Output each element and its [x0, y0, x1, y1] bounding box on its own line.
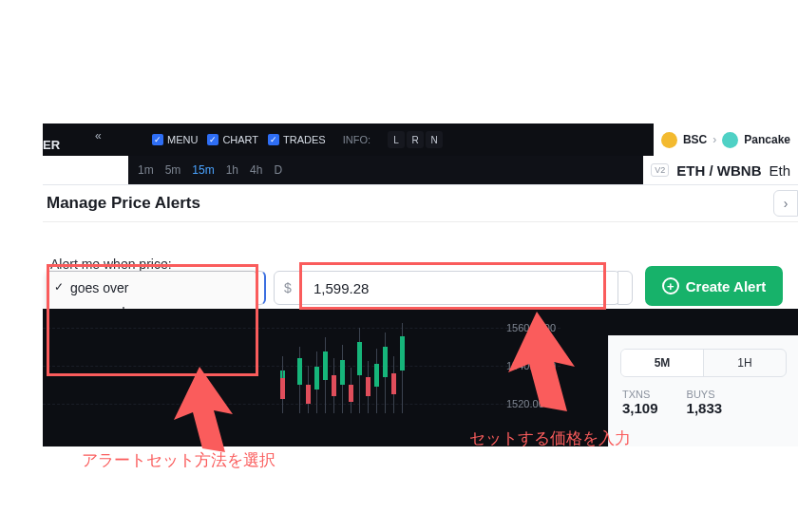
version-badge: V2: [651, 163, 669, 177]
tf-15m[interactable]: 15m: [192, 163, 214, 177]
tf-5m[interactable]: 5m: [165, 163, 181, 177]
annotation-text-left: アラートセット方法を選択: [82, 449, 276, 471]
info-l-button[interactable]: L: [388, 131, 405, 148]
collapse-icon[interactable]: «: [95, 129, 102, 142]
tf-d[interactable]: D: [274, 163, 282, 177]
create-alert-label: Create Alert: [686, 278, 766, 294]
trades-checkbox[interactable]: ✓TRADES: [268, 134, 326, 145]
txns-value: 3,109: [622, 400, 658, 416]
alert-label: Alert me when price:: [50, 256, 172, 272]
plus-circle-icon: +: [662, 277, 679, 294]
chain-bsc[interactable]: BSC: [683, 133, 707, 146]
price-input-tail: [618, 271, 633, 305]
info-n-button[interactable]: N: [426, 131, 443, 148]
pancake-icon: [722, 132, 738, 148]
annotation-arrow-left: [166, 367, 233, 452]
modal-header: Manage Price Alerts ›: [43, 184, 798, 222]
tf-1h[interactable]: 1h: [226, 163, 238, 177]
app-suffix: ER: [43, 138, 60, 152]
pair-tail: Eth: [769, 162, 790, 179]
currency-prefix: $: [274, 271, 302, 305]
info-r-button[interactable]: R: [407, 131, 424, 148]
info-label: INFO:: [343, 134, 370, 145]
chevron-right-icon: ›: [712, 133, 716, 146]
annotation-text-right: セットする価格を入力: [469, 428, 631, 449]
chart-checkbox[interactable]: ✓CHART: [207, 134, 258, 145]
dex-pancake[interactable]: Pancake: [744, 133, 790, 146]
modal-next-button[interactable]: ›: [773, 190, 798, 217]
menu-checkbox[interactable]: ✓MENU: [152, 134, 198, 145]
time-segment[interactable]: 5M 1H: [620, 349, 787, 377]
pair-symbol[interactable]: ETH / WBNB: [676, 162, 761, 179]
tf-1m[interactable]: 1m: [138, 163, 154, 177]
price-input[interactable]: [302, 271, 620, 305]
buys-heading: BUYS: [687, 389, 723, 400]
select-remnant: [256, 271, 266, 305]
annotation-arrow-right: [499, 312, 575, 411]
tf-4h[interactable]: 4h: [250, 163, 262, 177]
txns-heading: TXNS: [622, 389, 658, 400]
top-toolbar: « ER ✓MENU ✓CHART ✓TRADES INFO: L R N BS…: [43, 124, 798, 156]
buys-value: 1,833: [687, 400, 723, 416]
bsc-icon: [661, 132, 677, 148]
dropdown-option[interactable]: goes over: [48, 276, 256, 300]
modal-title: Manage Price Alerts: [43, 194, 200, 213]
stats-panel: 5M 1H TXNS 3,109 BUYS 1,833: [608, 335, 798, 446]
create-alert-button[interactable]: + Create Alert: [645, 266, 783, 306]
segment-1h[interactable]: 1H: [704, 350, 786, 376]
segment-5m[interactable]: 5M: [621, 350, 704, 376]
